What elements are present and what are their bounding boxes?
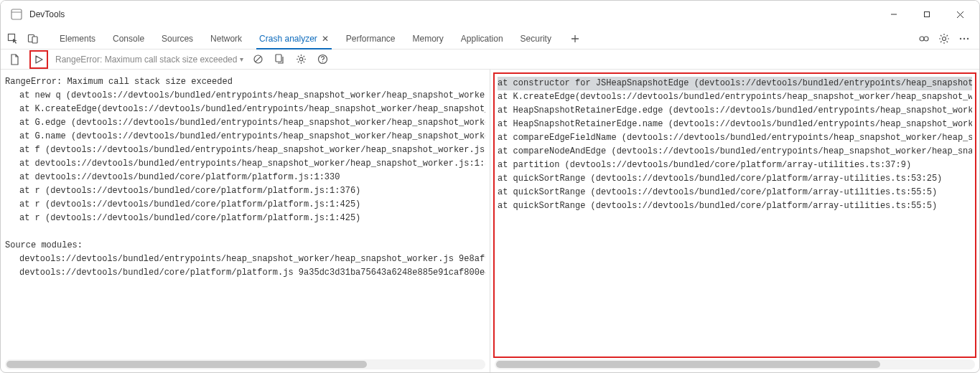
resolved-stack-frame[interactable]: at HeapSnapshotRetainerEdge.edge (devtoo… <box>498 104 972 118</box>
run-analysis-button[interactable] <box>32 52 46 67</box>
stack-frame[interactable]: at r (devtools://devtools/bundled/core/p… <box>5 198 485 212</box>
svg-rect-0 <box>11 9 22 19</box>
tab-label: Crash analyzer <box>259 34 317 44</box>
svg-point-11 <box>920 37 924 41</box>
clear-icon[interactable] <box>251 52 265 67</box>
minimize-button[interactable] <box>877 1 910 27</box>
tab-performance[interactable]: Performance <box>337 29 404 49</box>
tab-label: Memory <box>413 34 444 44</box>
tab-elements[interactable]: Elements <box>51 29 104 49</box>
resolved-stack-frame[interactable]: at quickSortRange (devtools://devtools/b… <box>498 186 972 199</box>
scrollbar-thumb[interactable] <box>6 361 367 368</box>
maximize-button[interactable] <box>910 1 943 27</box>
error-filter-dropdown[interactable]: RangeError: Maximum call stack size exce… <box>55 55 243 65</box>
stack-frame[interactable]: at r (devtools://devtools/bundled/core/p… <box>5 212 485 225</box>
stack-frame[interactable]: at f (devtools://devtools/bundled/entryp… <box>5 143 485 157</box>
titlebar: DevTools <box>1 1 979 28</box>
app-icon <box>11 9 22 20</box>
run-analysis-highlight <box>29 50 48 69</box>
module-entry[interactable]: devtools://devtools/bundled/entrypoints/… <box>5 252 485 266</box>
resolved-stack-content[interactable]: at constructor for JSHeapSnapshotEdge (d… <box>493 72 976 358</box>
resolved-stack-frame[interactable]: at partition (devtools://devtools/bundle… <box>498 159 972 172</box>
toolbar: RangeError: Maximum call stack size exce… <box>1 49 979 70</box>
stack-frame[interactable]: at r (devtools://devtools/bundled/core/p… <box>5 184 485 198</box>
inspect-element-icon[interactable] <box>5 31 21 47</box>
svg-line-35 <box>298 62 299 62</box>
tab-crash-analyzer[interactable]: Crash analyzer✕ <box>251 29 337 49</box>
tab-label: Network <box>210 34 242 44</box>
resolved-stack-frame[interactable]: at K.createEdge(devtools://devtools/bund… <box>498 90 972 104</box>
svg-rect-8 <box>32 37 37 43</box>
stack-frame[interactable]: at new q (devtools://devtools/bundled/en… <box>5 89 485 103</box>
svg-rect-27 <box>276 55 281 62</box>
svg-point-28 <box>299 57 303 61</box>
svg-point-13 <box>943 37 946 40</box>
svg-line-18 <box>941 35 942 37</box>
main-split: RangeError: Maximum call stack size exce… <box>1 70 979 372</box>
new-file-icon[interactable] <box>8 52 22 67</box>
resolved-stack-frame[interactable]: at quickSortRange (devtools://devtools/b… <box>498 172 972 186</box>
help-icon[interactable] <box>315 52 330 67</box>
svg-line-19 <box>947 41 948 42</box>
close-tab-icon[interactable]: ✕ <box>322 34 329 44</box>
stack-frame[interactable]: at devtools://devtools/bundled/entrypoin… <box>5 157 485 171</box>
copy-icon[interactable] <box>272 52 286 67</box>
svg-line-26 <box>256 57 261 62</box>
device-toolbar-icon[interactable] <box>25 31 41 47</box>
tab-memory[interactable]: Memory <box>404 29 452 49</box>
stack-frame[interactable]: at K.createEdge(devtools://devtools/bund… <box>5 103 485 116</box>
window-title: DevTools <box>29 9 65 19</box>
settings-gear-icon[interactable] <box>936 31 952 47</box>
tab-sources[interactable]: Sources <box>153 29 202 49</box>
svg-point-38 <box>322 62 323 62</box>
stack-trace-content[interactable]: RangeError: Maximum call stack size exce… <box>1 70 490 358</box>
tab-bar: ElementsConsoleSourcesNetworkCrash analy… <box>1 28 979 49</box>
svg-line-33 <box>298 56 299 57</box>
tab-network[interactable]: Network <box>202 29 251 49</box>
scrollbar-horizontal[interactable] <box>5 359 485 369</box>
svg-line-36 <box>304 56 304 57</box>
resolved-stack-frame[interactable]: at constructor for JSHeapSnapshotEdge (d… <box>498 77 972 90</box>
tab-label: Elements <box>60 34 95 44</box>
close-button[interactable] <box>943 1 976 27</box>
svg-line-34 <box>304 62 304 62</box>
module-entry[interactable]: devtools://devtools/bundled/core/platfor… <box>5 266 485 280</box>
svg-point-22 <box>960 37 961 39</box>
modules-header: Source modules: <box>5 239 485 252</box>
tab-label: Sources <box>162 34 193 44</box>
error-filter-text: RangeError: Maximum call stack size exce… <box>55 55 237 65</box>
svg-rect-3 <box>925 12 930 17</box>
chevron-down-icon: ▾ <box>240 55 243 63</box>
tab-label: Application <box>461 34 503 44</box>
more-menu-icon[interactable] <box>956 31 972 47</box>
stack-trace-panel: RangeError: Maximum call stack size exce… <box>1 70 490 372</box>
svg-point-12 <box>924 37 928 41</box>
resolved-stack-frame[interactable]: at quickSortRange (devtools://devtools/b… <box>498 199 972 213</box>
tab-application[interactable]: Application <box>452 29 512 49</box>
resolved-stack-frame[interactable]: at compareEdgeFieldName (devtools://devt… <box>498 131 972 145</box>
svg-line-20 <box>941 41 942 42</box>
resolved-stack-panel: at constructor for JSHeapSnapshotEdge (d… <box>490 70 979 372</box>
resolved-stack-frame[interactable]: at compareNodeAndEdge (devtools://devtoo… <box>498 145 972 159</box>
scrollbar-horizontal[interactable] <box>495 359 975 369</box>
tab-console[interactable]: Console <box>104 29 153 49</box>
svg-line-21 <box>947 35 948 37</box>
scrollbar-thumb[interactable] <box>496 361 880 368</box>
tab-label: Console <box>113 34 144 44</box>
stack-frame[interactable]: at G.name (devtools://devtools/bundled/e… <box>5 130 485 143</box>
add-tab-button[interactable] <box>567 31 583 47</box>
tab-label: Performance <box>346 34 396 44</box>
svg-point-23 <box>963 37 965 39</box>
svg-point-24 <box>967 37 969 39</box>
gear-icon[interactable] <box>294 52 308 67</box>
issues-icon[interactable] <box>916 31 932 47</box>
resolved-stack-frame[interactable]: at HeapSnapshotRetainerEdge.name (devtoo… <box>498 118 972 131</box>
tab-label: Security <box>521 34 551 44</box>
stack-frame[interactable]: at devtools://devtools/bundled/core/plat… <box>5 171 485 184</box>
error-header: RangeError: Maximum call stack size exce… <box>5 75 485 89</box>
stack-frame[interactable]: at G.edge (devtools://devtools/bundled/e… <box>5 116 485 130</box>
tab-security[interactable]: Security <box>512 29 560 49</box>
